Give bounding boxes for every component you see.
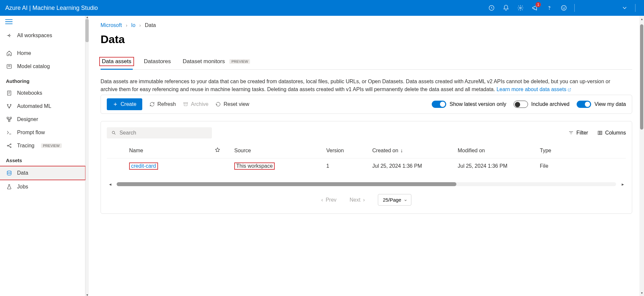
refresh-button[interactable]: Refresh (150, 101, 176, 107)
svg-rect-19 (184, 103, 188, 104)
svg-rect-8 (8, 91, 11, 95)
chevron-down-icon[interactable] (617, 0, 632, 16)
page-size-select[interactable]: 25/Page (378, 194, 411, 206)
svg-point-16 (10, 144, 11, 145)
cell-version: 1 (326, 163, 372, 169)
archive-button: Archive (183, 101, 208, 107)
arrow-left-icon (6, 32, 12, 39)
hamburger-icon[interactable] (0, 16, 85, 29)
nav-label: Notebooks (17, 90, 42, 96)
search-input[interactable] (120, 130, 207, 136)
col-type[interactable]: Type (540, 148, 586, 154)
nav-home[interactable]: Home (0, 47, 85, 60)
cell-modified: Jul 25, 2024 1:36 PM (458, 163, 540, 169)
data-icon (6, 170, 12, 176)
cell-created: Jul 25, 2024 1:36 PM (372, 163, 458, 169)
nav-model-catalog[interactable]: Model catalog (0, 60, 85, 73)
nav-prompt-flow[interactable]: Prompt flow (0, 126, 85, 139)
svg-point-17 (10, 147, 11, 148)
nav-notebooks[interactable]: Notebooks (0, 86, 85, 100)
sidebar-scrollbar[interactable]: ▴ ▾ (85, 16, 89, 296)
svg-point-9 (7, 104, 8, 105)
chevron-right-icon: › (139, 23, 141, 28)
col-name[interactable]: Name (129, 148, 215, 154)
main-content: Microsoft › lo › Data Data Data assets D… (89, 16, 644, 296)
top-header: Azure AI | Machine Learning Studio 1 (0, 0, 644, 16)
nav-data[interactable]: Data (0, 166, 86, 180)
notifications-icon[interactable] (499, 0, 513, 16)
toggle-label: Include archived (531, 101, 570, 107)
svg-rect-21 (598, 131, 599, 135)
toggle-label: Show latest version only (449, 101, 506, 107)
feedback-icon[interactable] (557, 0, 571, 16)
designer-icon (6, 116, 12, 123)
preview-badge: PREVIEW (229, 59, 250, 64)
svg-point-5 (563, 7, 563, 8)
toggle-label: View my data (594, 101, 626, 107)
nav-label: Prompt flow (17, 130, 45, 136)
flask-icon (6, 184, 12, 190)
automl-icon (6, 103, 12, 110)
nav-label: All workspaces (17, 33, 52, 38)
tab-datastores[interactable]: Datastores (143, 56, 172, 69)
create-button[interactable]: Create (107, 98, 142, 110)
data-table-card: Filter Columns Name Source Version Creat (101, 121, 632, 214)
toggle-view-my-data[interactable] (577, 101, 591, 108)
svg-rect-14 (9, 120, 10, 122)
asset-name-link[interactable]: credit-card (129, 163, 158, 169)
catalog-icon (6, 63, 12, 70)
help-icon[interactable] (542, 0, 557, 16)
nav-jobs[interactable]: Jobs (0, 180, 85, 193)
search-input-wrapper[interactable] (107, 127, 212, 138)
toggle-include-archived[interactable] (514, 101, 528, 108)
main-scrollbar[interactable]: ▴ ▾ (639, 16, 644, 296)
breadcrumb: Microsoft › lo › Data (101, 22, 632, 28)
next-button: Next› (350, 197, 365, 203)
settings-icon[interactable] (513, 0, 528, 16)
tab-data-assets[interactable]: Data assets (101, 55, 133, 69)
col-modified[interactable]: Modified on (458, 148, 540, 154)
terminal-icon (6, 129, 12, 136)
svg-point-3 (549, 9, 550, 10)
prev-button: ‹Prev (321, 197, 336, 203)
search-icon (111, 130, 116, 136)
notification-badge: 1 (536, 2, 541, 7)
nav-label: Automated ML (17, 103, 51, 109)
nav-label: Model catalog (17, 63, 50, 69)
reset-view-button[interactable]: Reset view (216, 101, 249, 107)
nav-tracing[interactable]: Tracing PREVIEW (0, 139, 85, 152)
breadcrumb-workspace[interactable]: lo (131, 22, 135, 28)
nav-designer[interactable]: Designer (0, 113, 85, 126)
app-title: Azure AI | Machine Learning Studio (5, 5, 98, 12)
breadcrumb-root[interactable]: Microsoft (101, 22, 122, 28)
nav-label: Designer (17, 116, 38, 122)
page-title: Data (101, 33, 632, 46)
nav-automated-ml[interactable]: Automated ML (0, 100, 85, 113)
pagination: ‹Prev Next› 25/Page (107, 194, 626, 206)
tab-dataset-monitors[interactable]: Dataset monitors PREVIEW (182, 56, 251, 69)
svg-rect-23 (601, 131, 602, 135)
recent-icon[interactable] (484, 0, 499, 16)
svg-point-4 (562, 6, 566, 11)
toggle-show-latest[interactable] (432, 101, 446, 108)
nav-label: Tracing (17, 143, 34, 149)
learn-more-link[interactable]: Learn more about data assets (496, 86, 571, 92)
cell-source: This workspace (234, 162, 275, 170)
horizontal-scrollbar[interactable]: ◂ ▸ (107, 182, 626, 187)
columns-button[interactable]: Columns (597, 130, 626, 136)
svg-rect-22 (600, 131, 601, 135)
nav-all-workspaces[interactable]: All workspaces (0, 29, 85, 42)
sort-down-icon: ↓ (400, 148, 403, 154)
nav-label: Data (17, 170, 28, 176)
table-row: credit-card This workspace 1 Jul 25, 202… (107, 159, 626, 174)
nav-label: Jobs (17, 184, 28, 190)
svg-point-15 (7, 145, 8, 146)
svg-point-18 (7, 171, 11, 172)
col-created[interactable]: Created on↓ (372, 148, 458, 154)
svg-point-10 (10, 104, 11, 105)
filter-button[interactable]: Filter (568, 130, 588, 136)
col-source[interactable]: Source (234, 148, 326, 154)
col-version[interactable]: Version (326, 148, 372, 154)
announcements-icon[interactable]: 1 (528, 0, 542, 16)
favorite-column-icon[interactable] (215, 147, 234, 154)
